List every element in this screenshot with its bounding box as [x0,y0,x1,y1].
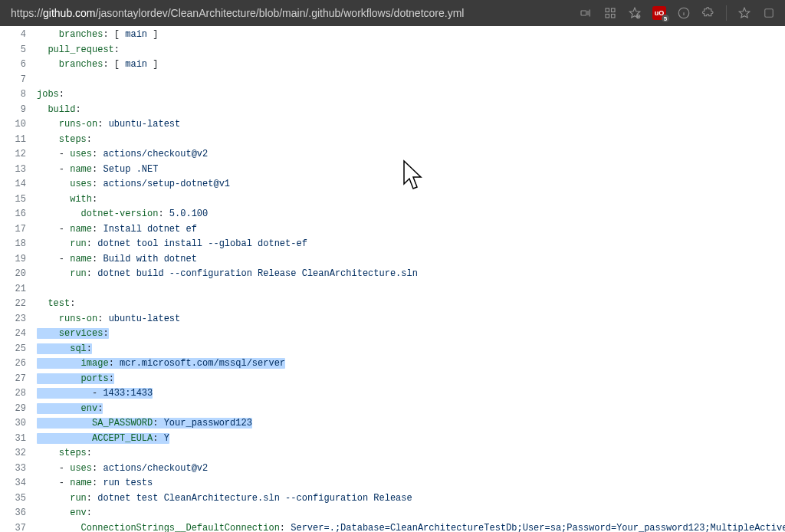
apps-icon[interactable] [603,6,617,20]
code-line[interactable]: 16 dotnet-version: 5.0.100 [0,207,785,222]
line-number[interactable]: 7 [0,73,37,88]
line-number[interactable]: 30 [0,416,37,432]
code-content[interactable]: sql: [37,342,785,357]
line-number[interactable]: 5 [0,43,37,58]
code-line[interactable]: 29 env: [0,402,785,417]
code-line[interactable]: 5 pull_request: [0,43,785,58]
code-content[interactable]: with: [37,192,785,208]
ublock-extension-icon[interactable]: uO 5 [652,6,666,20]
url-bar[interactable]: https://github.com/jasontaylordev/CleanA… [6,0,579,26]
extensions-icon[interactable] [701,6,715,20]
code-line[interactable]: 33 - uses: actions/checkout@v2 [0,461,785,477]
code-line[interactable]: 14 uses: actions/setup-dotnet@v1 [0,177,785,192]
line-number[interactable]: 19 [0,252,37,268]
line-number[interactable]: 28 [0,386,37,402]
code-line[interactable]: 4 branches: [ main ] [0,28,785,43]
line-number[interactable]: 27 [0,372,37,387]
code-content[interactable]: ports: [37,372,785,387]
code-content[interactable]: - 1433:1433 [37,386,785,402]
code-content[interactable]: uses: actions/setup-dotnet@v1 [37,177,785,192]
code-content[interactable]: jobs: [37,87,785,103]
line-number[interactable]: 8 [0,87,37,103]
code-line[interactable]: 12 - uses: actions/checkout@v2 [0,147,785,163]
code-line[interactable]: 30 SA_PASSWORD: Your_password123 [0,416,785,432]
line-number[interactable]: 18 [0,237,37,252]
code-content[interactable]: ACCEPT_EULA: Y [37,432,785,447]
line-number[interactable]: 16 [0,207,37,222]
code-content[interactable]: runs-on: ubuntu-latest [37,117,785,133]
line-number[interactable]: 21 [0,282,37,297]
code-content[interactable]: run: dotnet tool install --global dotnet… [37,237,785,252]
code-line[interactable]: 35 run: dotnet test CleanArchitecture.sl… [0,491,785,507]
code-content[interactable]: services: [37,327,785,342]
code-line[interactable]: 34 - name: run tests [0,476,785,491]
code-content[interactable] [37,73,785,88]
code-content[interactable]: branches: [ main ] [37,28,785,43]
code-line[interactable]: 8jobs: [0,87,785,103]
code-line[interactable]: 32 steps: [0,446,785,461]
favorites-icon[interactable] [628,6,642,20]
code-line[interactable]: 6 branches: [ main ] [0,57,785,73]
line-number[interactable]: 4 [0,28,37,43]
code-content[interactable] [37,282,785,297]
line-number[interactable]: 34 [0,476,37,491]
line-number[interactable]: 12 [0,147,37,163]
line-number[interactable]: 37 [0,521,37,533]
code-line[interactable]: 36 env: [0,506,785,521]
line-number[interactable]: 6 [0,57,37,73]
line-number[interactable]: 26 [0,356,37,372]
code-content[interactable]: - uses: actions/checkout@v2 [37,147,785,163]
code-content[interactable]: branches: [ main ] [37,57,785,73]
code-line[interactable]: 26 image: mcr.microsoft.com/mssql/server [0,356,785,372]
code-line[interactable]: 21 [0,282,785,297]
code-content[interactable]: ConnectionStrings__DefaultConnection: Se… [37,521,785,533]
line-number[interactable]: 13 [0,163,37,178]
code-content[interactable]: runs-on: ubuntu-latest [37,312,785,327]
code-line[interactable]: 18 run: dotnet tool install --global dot… [0,237,785,252]
code-content[interactable]: - name: Install dotnet ef [37,222,785,238]
line-number[interactable]: 25 [0,342,37,357]
code-content[interactable]: test: [37,297,785,312]
line-number[interactable]: 32 [0,446,37,461]
code-content[interactable]: run: dotnet build --configuration Releas… [37,267,785,282]
line-number[interactable]: 23 [0,312,37,327]
code-content[interactable]: steps: [37,446,785,461]
line-number[interactable]: 9 [0,103,37,118]
code-content[interactable]: dotnet-version: 5.0.100 [37,207,785,222]
line-number[interactable]: 36 [0,506,37,521]
code-line[interactable]: 13 - name: Setup .NET [0,163,785,178]
info-icon[interactable] [677,6,691,20]
code-content[interactable]: env: [37,402,785,417]
code-line[interactable]: 27 ports: [0,372,785,387]
code-content[interactable]: env: [37,506,785,521]
code-line[interactable]: 11 steps: [0,133,785,148]
code-content[interactable]: run: dotnet test CleanArchitecture.sln -… [37,491,785,507]
code-line[interactable]: 15 with: [0,192,785,208]
code-content[interactable]: steps: [37,133,785,148]
code-line[interactable]: 31 ACCEPT_EULA: Y [0,432,785,447]
code-viewer[interactable]: 4 branches: [ main ]5 pull_request:6 bra… [0,26,785,532]
code-content[interactable]: build: [37,103,785,118]
line-number[interactable]: 22 [0,297,37,312]
code-line[interactable]: 28 - 1433:1433 [0,386,785,402]
code-line[interactable]: 37 ConnectionStrings__DefaultConnection:… [0,521,785,533]
code-content[interactable]: - name: Setup .NET [37,163,785,178]
line-number[interactable]: 10 [0,117,37,133]
line-number[interactable]: 11 [0,133,37,148]
line-number[interactable]: 33 [0,461,37,477]
code-line[interactable]: 24 services: [0,327,785,342]
code-line[interactable]: 10 runs-on: ubuntu-latest [0,117,785,133]
line-number[interactable]: 24 [0,327,37,342]
line-number[interactable]: 35 [0,491,37,507]
code-line[interactable]: 7 [0,73,785,88]
read-aloud-icon[interactable] [579,6,593,20]
code-content[interactable]: pull_request: [37,43,785,58]
favorites-star-icon[interactable] [737,6,751,20]
code-line[interactable]: 9 build: [0,103,785,118]
code-line[interactable]: 17 - name: Install dotnet ef [0,222,785,238]
code-content[interactable]: image: mcr.microsoft.com/mssql/server [37,356,785,372]
code-content[interactable]: - name: Build with dotnet [37,252,785,268]
code-content[interactable]: - uses: actions/checkout@v2 [37,461,785,477]
line-number[interactable]: 20 [0,267,37,282]
code-line[interactable]: 19 - name: Build with dotnet [0,252,785,268]
